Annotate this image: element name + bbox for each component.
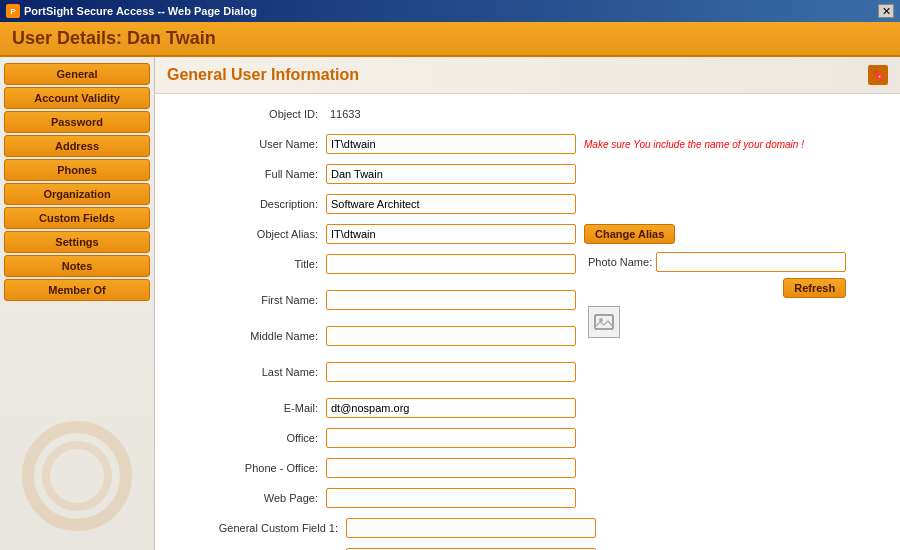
photo-thumbnail[interactable]: [588, 306, 620, 338]
fullname-label: Full Name:: [171, 168, 326, 180]
email-input[interactable]: [326, 398, 576, 418]
object-id-row: Object ID: 11633: [171, 102, 884, 126]
office-input[interactable]: [326, 428, 576, 448]
watermark-inner: [42, 441, 112, 511]
change-alias-button[interactable]: Change Alias: [584, 224, 675, 244]
photo-name-label: Photo Name:: [588, 256, 652, 268]
sidebar-item-phones[interactable]: Phones: [4, 159, 150, 181]
phone-office-input[interactable]: [326, 458, 576, 478]
custom1-row: General Custom Field 1:: [171, 516, 884, 540]
content-area: General User Information 🔖 Object ID: 11…: [155, 57, 900, 550]
description-label: Description:: [171, 198, 326, 210]
form-area: Object ID: 11633 User Name: Make sure Yo…: [155, 94, 900, 550]
username-row: User Name: Make sure You include the nam…: [171, 132, 884, 156]
object-id-value: 11633: [326, 108, 361, 120]
firstname-row: First Name:: [171, 288, 576, 312]
alias-label: Object Alias:: [171, 228, 326, 240]
middlename-label: Middle Name:: [171, 330, 326, 342]
sidebar-item-settings[interactable]: Settings: [4, 231, 150, 253]
sidebar-item-notes[interactable]: Notes: [4, 255, 150, 277]
close-button[interactable]: ✕: [878, 4, 894, 18]
section-header: General User Information 🔖: [155, 57, 900, 94]
custom2-row: General Custom Field 2:: [171, 546, 884, 550]
username-error: Make sure You include the name of your d…: [584, 139, 804, 150]
page-header: User Details: Dan Twain: [0, 22, 900, 57]
title-input[interactable]: [326, 254, 576, 274]
window-title: PortSight Secure Access -- Web Page Dial…: [24, 5, 257, 17]
sidebar-item-member-of[interactable]: Member Of: [4, 279, 150, 301]
fullname-input[interactable]: [326, 164, 576, 184]
username-label: User Name:: [171, 138, 326, 150]
username-input[interactable]: [326, 134, 576, 154]
info-icon: 🔖: [868, 65, 888, 85]
section-title: General User Information: [167, 66, 359, 84]
middlename-row: Middle Name:: [171, 324, 576, 348]
description-row: Description:: [171, 192, 884, 216]
title-row: Title:: [171, 252, 576, 276]
middlename-input[interactable]: [326, 326, 576, 346]
office-row: Office:: [171, 426, 884, 450]
title-photo-row: Title: First Name: Middle Name:: [171, 252, 884, 390]
lastname-label: Last Name:: [171, 366, 326, 378]
svg-rect-0: [595, 315, 613, 329]
title-label: Title:: [171, 258, 326, 270]
refresh-button[interactable]: Refresh: [783, 278, 846, 298]
email-label: E-Mail:: [171, 402, 326, 414]
app-icon: P: [6, 4, 20, 18]
firstname-label: First Name:: [171, 294, 326, 306]
webpage-input[interactable]: [326, 488, 576, 508]
sidebar-item-account-validity[interactable]: Account Validity: [4, 87, 150, 109]
lastname-row: Last Name:: [171, 360, 576, 384]
main-layout: General Account Validity Password Addres…: [0, 57, 900, 550]
sidebar-item-password[interactable]: Password: [4, 111, 150, 133]
page-title: User Details: Dan Twain: [12, 28, 216, 48]
sidebar-item-organization[interactable]: Organization: [4, 183, 150, 205]
photo-icon: [594, 312, 614, 332]
custom1-label: General Custom Field 1:: [171, 522, 346, 534]
fullname-row: Full Name:: [171, 162, 884, 186]
webpage-label: Web Page:: [171, 492, 326, 504]
photo-name-input[interactable]: [656, 252, 846, 272]
phone-office-row: Phone - Office:: [171, 456, 884, 480]
webpage-row: Web Page:: [171, 486, 884, 510]
alias-input[interactable]: [326, 224, 576, 244]
object-id-label: Object ID:: [171, 108, 326, 120]
title-col: Title: First Name: Middle Name:: [171, 252, 576, 390]
custom1-input[interactable]: [346, 518, 596, 538]
lastname-input[interactable]: [326, 362, 576, 382]
sidebar-item-custom-fields[interactable]: Custom Fields: [4, 207, 150, 229]
alias-row: Object Alias: Change Alias: [171, 222, 884, 246]
email-row: E-Mail:: [171, 396, 884, 420]
office-label: Office:: [171, 432, 326, 444]
sidebar-item-general[interactable]: General: [4, 63, 150, 85]
sidebar: General Account Validity Password Addres…: [0, 57, 155, 550]
sidebar-item-address[interactable]: Address: [4, 135, 150, 157]
photo-col: Photo Name: Refresh: [588, 252, 846, 338]
description-input[interactable]: [326, 194, 576, 214]
title-bar: P PortSight Secure Access -- Web Page Di…: [0, 0, 900, 22]
svg-point-1: [599, 318, 603, 322]
firstname-input[interactable]: [326, 290, 576, 310]
phone-office-label: Phone - Office:: [171, 462, 326, 474]
